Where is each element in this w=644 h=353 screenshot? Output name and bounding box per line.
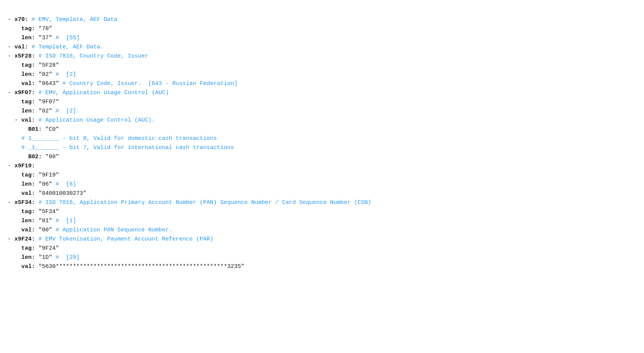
indent-space	[8, 135, 21, 142]
dash-symbol: -	[8, 117, 21, 124]
yaml-value: "02"	[35, 108, 52, 114]
colon: :	[32, 108, 35, 114]
colon: :	[32, 90, 35, 96]
code-line-l12: - val: # Application Usage Control (AUC)…	[8, 116, 636, 125]
comment-text: # [6]	[52, 181, 76, 188]
comment-text: # [2]	[52, 108, 76, 114]
colon: :	[32, 163, 35, 169]
yaml-value: "01"	[35, 218, 52, 224]
comment-text: # EMV Tokenisation, Payment Account Refe…	[35, 236, 213, 242]
indent-space	[8, 154, 28, 160]
yaml-key: len	[21, 254, 32, 261]
dash-symbol: -	[8, 236, 14, 242]
dash-symbol: -	[8, 163, 14, 169]
code-line-l4: - val: # Template, AEF Data.	[8, 43, 636, 52]
colon: :	[38, 154, 42, 160]
colon: :	[32, 209, 35, 215]
yaml-key: len	[21, 181, 32, 188]
indent-space	[8, 62, 21, 69]
yaml-key: x70	[14, 16, 25, 23]
code-line-l1: - x70: # EMV, Template, AEF Data	[8, 15, 636, 24]
code-line-l15: # _1_______ - bit 7, Valid for internati…	[8, 143, 636, 152]
colon: :	[32, 254, 35, 261]
yaml-value: "5F34"	[35, 209, 59, 215]
colon: :	[32, 227, 35, 233]
yaml-key: tag	[21, 26, 32, 32]
colon: :	[32, 71, 35, 78]
colon: :	[32, 172, 35, 178]
yaml-value: "37"	[35, 35, 52, 41]
indent-space	[8, 190, 21, 197]
code-line-l17: - x9F19:	[8, 162, 636, 171]
yaml-key: B02	[28, 154, 38, 160]
indent-space	[8, 108, 21, 114]
yaml-value: "5F28"	[35, 62, 59, 69]
code-line-l16: B02: "00"	[8, 152, 636, 162]
yaml-value: "9F24"	[35, 245, 59, 252]
yaml-key: val	[21, 80, 32, 87]
indent-space	[8, 218, 21, 224]
yaml-key: val	[21, 227, 32, 233]
code-line-l21: - x5F34: # ISO 7816, Application Primary…	[8, 198, 636, 207]
dash-symbol: -	[8, 53, 14, 59]
yaml-value: "70"	[35, 26, 52, 32]
yaml-key: len	[21, 218, 32, 224]
code-line-l24: val: "00" # Application PAN Sequence Num…	[8, 226, 636, 235]
indent-space	[8, 245, 21, 252]
yaml-value: "1D"	[35, 254, 52, 261]
code-line-l2: tag: "70"	[8, 24, 636, 34]
colon: :	[32, 263, 35, 270]
comment-text: # [55]	[52, 35, 80, 41]
code-line-l13: B01: "C0"	[8, 125, 636, 134]
dash-symbol: -	[8, 90, 14, 96]
yaml-key: x9F19	[14, 163, 32, 169]
comment-text: # [29]	[52, 254, 80, 261]
yaml-key: len	[21, 35, 32, 41]
indent-space	[8, 126, 28, 133]
code-line-l27: len: "1D" # [29]	[8, 253, 636, 262]
comment-text: # Application PAN Sequence Number.	[52, 227, 172, 233]
yaml-key: tag	[21, 245, 32, 252]
yaml-key: val	[21, 263, 32, 270]
colon: :	[32, 218, 35, 224]
colon: :	[25, 44, 28, 50]
comment-text: # EMV, Application Usage Control (AUC)	[35, 90, 169, 96]
colon: :	[32, 236, 35, 242]
colon: :	[25, 16, 28, 23]
yaml-key: x5F34	[14, 199, 32, 206]
yaml-value: "5630***********************************…	[35, 263, 244, 270]
colon: :	[32, 99, 35, 105]
yaml-value: "9F19"	[35, 172, 59, 178]
indent-space	[8, 181, 21, 188]
colon: :	[32, 80, 35, 87]
colon: :	[38, 126, 42, 133]
dash-symbol: -	[8, 199, 14, 206]
code-line-l19: len: "06" # [6]	[8, 180, 636, 189]
code-line-l20: val: "040010030273"	[8, 189, 636, 198]
code-line-l10: tag: "9F07"	[8, 98, 636, 107]
yaml-key: x9F24	[14, 236, 32, 242]
yaml-value: "9F07"	[35, 99, 59, 105]
indent-space	[8, 172, 21, 178]
yaml-key: val	[14, 44, 25, 50]
comment-text: # ISO 7816, Application Primary Account …	[35, 199, 371, 206]
comment-text: # EMV, Template, AEF Data	[28, 16, 117, 23]
yaml-value: "C0"	[42, 126, 59, 133]
comment-text: # Template, AEF Data.	[28, 44, 104, 50]
comment-text: # Country Code, Issuer. [643 - Russian F…	[59, 80, 237, 87]
colon: :	[32, 35, 35, 41]
code-line-l25: - x9F24: # EMV Tokenisation, Payment Acc…	[8, 235, 636, 244]
yaml-key: tag	[21, 172, 32, 178]
comment-text: # [1]	[52, 218, 76, 224]
yaml-key: x5F28	[14, 53, 32, 59]
yaml-value: "040010030273"	[35, 190, 87, 197]
yaml-value: "0643"	[35, 80, 59, 87]
code-line-l26: tag: "9F24"	[8, 244, 636, 253]
indent-space	[8, 209, 21, 215]
comment-text: # Application Usage Control (AUC).	[35, 117, 155, 124]
dash-symbol: -	[8, 44, 14, 50]
code-line-l14: # 1________ - bit 8, Valid for domestic …	[8, 134, 636, 143]
code-line-l23: len: "01" # [1]	[8, 217, 636, 226]
comment-text: # [2]	[52, 71, 76, 78]
code-line-l9: - x9F07: # EMV, Application Usage Contro…	[8, 88, 636, 98]
